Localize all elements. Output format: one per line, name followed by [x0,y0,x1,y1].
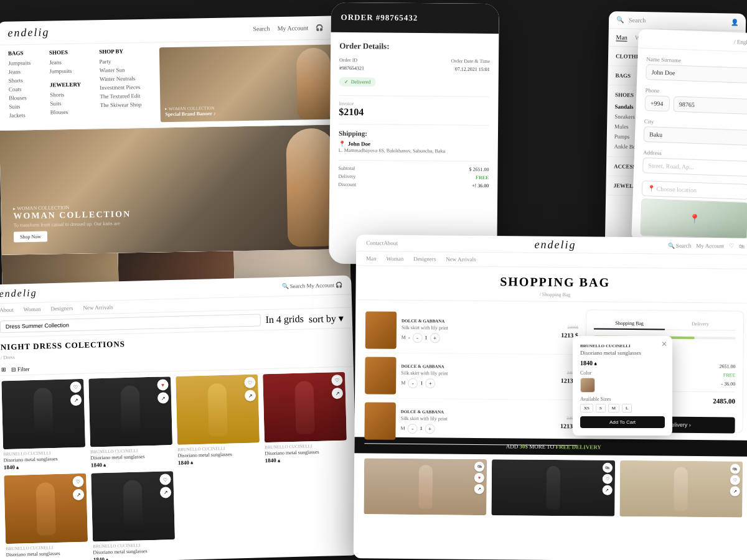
menu-item-shorts2[interactable]: Shorts [50,91,81,98]
search-link[interactable]: Search [253,25,270,32]
summary-tab-bag[interactable]: Shopping Bag [594,318,665,330]
share-btn-1[interactable]: ↗ [70,394,82,406]
grid-nav-about[interactable]: About [0,307,14,314]
shipping-address: L. Mammadbayova 6S, Bakikhanov, Sabunchu… [339,147,489,155]
bag-nav-man[interactable]: Man [366,255,377,261]
popup-color-swatch[interactable] [580,378,595,393]
shop-now-button[interactable]: Shop Now [14,231,47,243]
rec-cart-btn-2[interactable]: 🛍 [603,463,613,473]
size-option-s[interactable]: S [596,404,606,413]
grid-nav-new-arrivals[interactable]: New Arrivals [83,304,113,311]
menu-item-coats[interactable]: Coats [9,86,31,93]
menu-item-blouses[interactable]: Blouses [9,95,31,101]
popup-close-button[interactable]: ✕ [661,340,667,349]
grid-search-link[interactable]: 🔍 Search [281,282,305,289]
jewelry-title: JEWELERY [50,82,81,88]
rec-cart-btn-1[interactable]: 🛍 [474,462,484,472]
city-input[interactable]: Baku [644,126,747,146]
share-btn-2[interactable]: ↗ [157,392,169,403]
menu-item-jumpsuits2[interactable]: Jumpsuits [49,68,80,75]
menu-item-party[interactable]: Party [99,58,141,65]
map-widget[interactable]: 📍 [640,198,747,240]
rec-item-2: 🛍 ♡ ↗ [492,459,615,516]
account-link[interactable]: My Account [277,24,308,32]
rec-wishlist-btn-1[interactable]: ♥ [474,473,484,483]
tab-man[interactable]: Man [616,34,627,41]
qty-minus-3[interactable]: - [408,423,418,433]
grid-headphones-icon[interactable]: 🎧 [336,282,342,288]
menu-item-winterneutrals[interactable]: Winter Neutrals [100,75,141,82]
rec-cart-btn-3[interactable]: 🛍 [730,464,740,474]
size-option-l[interactable]: L [622,404,632,413]
menu-item-wintersun[interactable]: Winter Sun [100,67,141,73]
bag-nav-woman[interactable]: Woman [386,256,403,262]
phone-code-input[interactable]: +994 [644,95,670,111]
phone-field: Phone +994 98765 [644,87,747,114]
size-option-m[interactable]: M [608,404,619,413]
menu-item-jeans2[interactable]: Jeans [49,59,80,66]
bag-search-link[interactable]: 🔍 Search [668,243,692,249]
location-input[interactable]: 📍 Choose location [642,180,747,200]
menu-item-blouses2[interactable]: Blouses [50,109,82,116]
filter-button[interactable]: ⊟ Filter [11,366,30,373]
bag-item-img-1 [365,311,397,348]
qty-minus-2[interactable]: - [408,378,418,388]
share-btn-5[interactable]: ↗ [73,489,84,500]
wishlist-btn-1[interactable]: ♡ [70,381,81,393]
wishlist-btn-5[interactable]: ♡ [72,476,83,487]
summary-delivery-value: FREE [723,372,736,378]
size-option-xs[interactable]: XS [580,404,593,413]
grid-nav-designers[interactable]: Designers [50,305,73,312]
grid-icon[interactable]: ⊞ [1,366,6,373]
menu-item-jeans[interactable]: Jeans [8,68,31,75]
bag-nav-contact[interactable]: Contact [366,240,383,246]
rec-wishlist-btn-3[interactable]: ♡ [730,475,740,485]
rec-share-btn-3[interactable]: ↗ [730,486,740,496]
name-input[interactable]: John Doe [646,64,747,83]
bag-nav-about[interactable]: About [383,240,398,246]
wishlist-btn-2[interactable]: ♥ [157,379,168,390]
rec-share-btn-2[interactable]: ↗ [602,485,612,495]
name-field: Name Surname John Doe [646,56,747,83]
rec-wishlist-btn-2[interactable]: ♡ [602,474,612,484]
grid-sort-label[interactable]: sort by ▾ [309,312,344,324]
address-input[interactable]: Street, Road, Ap... [642,157,747,177]
bag-wishlist-icon[interactable]: ♡ [729,243,734,249]
menu-item-suits2[interactable]: Suits [50,100,81,107]
share-btn-6[interactable]: ↗ [160,487,171,498]
lang-selector[interactable]: / English [734,39,747,45]
grid-view-label[interactable]: In 4 grids [265,314,304,326]
qty-plus-2[interactable]: + [425,378,435,388]
grid-account-link[interactable]: My Account [306,282,334,289]
wishlist-btn-6[interactable]: ♡ [159,474,171,485]
menu-item-jumpsuits[interactable]: Jumpsuits [8,60,31,67]
menu-item-jackets[interactable]: Jackets [9,112,32,119]
hero-title: WOMAN COLLECTION [13,209,131,221]
share-btn-4[interactable]: ↗ [332,388,343,399]
wishlist-btn-3[interactable]: ♡ [244,377,255,388]
menu-item-investment[interactable]: Investment Pieces [100,84,141,91]
menu-item-textured[interactable]: The Textured Edit [100,93,141,100]
popup-color-label: Color [580,370,665,376]
qty-minus-1[interactable]: - [413,333,423,343]
menu-item-suits[interactable]: Suits [9,103,31,110]
qty-plus-1[interactable]: + [430,333,440,343]
share-btn-3[interactable]: ↗ [245,390,256,401]
bag-account-link[interactable]: My Account [696,243,724,249]
qty-plus-3[interactable]: + [425,424,435,434]
summary-tab-delivery[interactable]: Delivery [665,319,736,331]
rec-share-btn-1[interactable]: ↗ [474,484,484,494]
wishlist-btn-4[interactable]: ♡ [331,375,342,386]
grid-nav-woman[interactable]: Woman [24,306,41,313]
phone-number-input[interactable]: 98765 [673,96,747,114]
bag-nav-designers[interactable]: Designers [413,256,436,262]
cart-icon[interactable]: 🎧 [316,24,323,31]
menu-item-skiwear[interactable]: The Skiwear Shop [100,101,142,108]
bag-cart-icon[interactable]: 🛍 [739,243,745,250]
grid-search-input[interactable] [0,314,261,333]
add-to-cart-button[interactable]: Add To Cart [580,416,665,428]
menu-item-shorts[interactable]: Shorts [9,77,31,84]
profile-icon[interactable]: 👤 [731,19,738,26]
bag-nav-new-arrivals[interactable]: New Arrivals [446,256,476,262]
category-search-bar[interactable]: 🔍 Search 👤 [609,11,746,31]
